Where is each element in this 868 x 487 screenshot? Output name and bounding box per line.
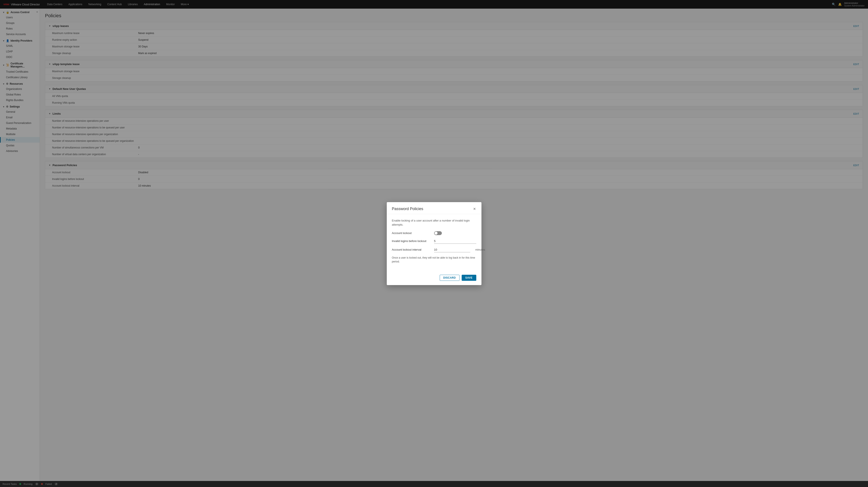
password-policies-modal: Password Policies ✕ Enable locking of a … bbox=[387, 202, 482, 285]
discard-button[interactable]: DISCARD bbox=[440, 275, 460, 281]
account-lockout-label: Account lockout bbox=[392, 231, 431, 235]
lockout-interval-label: Account lockout interval bbox=[392, 248, 431, 251]
lockout-note: Once a user is locked out, they will not… bbox=[392, 256, 476, 263]
modal-body: Enable locking of a user account after a… bbox=[387, 214, 482, 272]
account-lockout-row: Account lockout bbox=[392, 231, 476, 235]
modal-title: Password Policies bbox=[392, 207, 423, 211]
modal-overlay: Password Policies ✕ Enable locking of a … bbox=[0, 0, 868, 487]
modal-header: Password Policies ✕ bbox=[387, 202, 482, 214]
invalid-logins-row: Invalid logins before lockout bbox=[392, 238, 476, 244]
lockout-interval-suffix: minutes bbox=[475, 248, 485, 251]
save-button[interactable]: SAVE bbox=[462, 275, 476, 281]
modal-footer: DISCARD SAVE bbox=[387, 272, 482, 285]
modal-description: Enable locking of a user account after a… bbox=[392, 219, 476, 227]
account-lockout-toggle-wrapper bbox=[434, 231, 442, 235]
lockout-interval-row: Account lockout interval minutes bbox=[392, 247, 476, 252]
account-lockout-toggle[interactable] bbox=[434, 231, 442, 235]
invalid-logins-input[interactable] bbox=[434, 238, 476, 244]
invalid-logins-label: Invalid logins before lockout bbox=[392, 239, 431, 242]
modal-close-button[interactable]: ✕ bbox=[473, 206, 476, 211]
lockout-interval-input[interactable] bbox=[434, 247, 470, 252]
